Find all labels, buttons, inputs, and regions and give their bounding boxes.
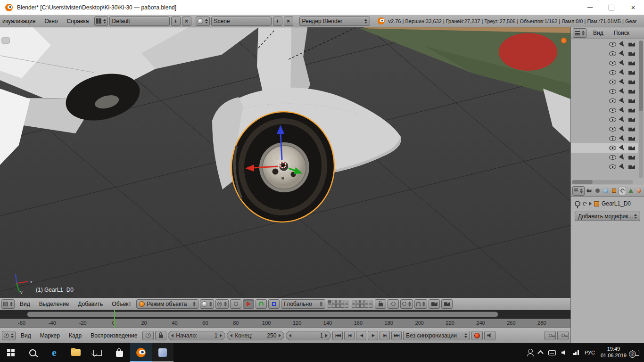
lamp-object-dot[interactable] [561,38,567,43]
breadcrumb-object-name[interactable]: GearL1_D0 [602,200,631,207]
3d-scene[interactable] [0,27,570,298]
blender-taskbar-button[interactable] [130,343,152,362]
layer-toggle[interactable] [369,304,372,308]
menu-add[interactable]: Добавить [74,301,107,307]
scene-field[interactable]: Scene [211,16,272,26]
editor-type-button[interactable] [1,299,15,309]
selectability-cursor-icon[interactable] [619,135,626,142]
layer-toggle[interactable] [356,304,360,308]
mail-button[interactable] [87,343,108,362]
outliner-vertical-scrollbar[interactable] [639,41,643,178]
outliner-row[interactable] [571,68,638,77]
outliner-row[interactable] [571,40,638,49]
close-button[interactable]: × [622,0,644,15]
start-button[interactable] [0,343,22,362]
decrement-icon[interactable] [230,334,232,337]
next-keyframe-button[interactable]: ▶| [380,331,390,340]
jump-start-button[interactable]: |◀◀ [332,331,343,340]
outliner-row[interactable] [571,106,638,115]
outliner-row[interactable] [571,143,638,153]
renderability-camera-icon[interactable] [628,71,635,75]
layer-toggle[interactable] [352,300,355,304]
add-scene-button[interactable]: + [273,16,282,26]
layer-toggle[interactable] [340,300,344,304]
visibility-eye-icon[interactable] [609,51,616,56]
layer-toggle[interactable] [356,300,360,304]
audio-sync-button[interactable] [484,331,495,340]
increment-icon[interactable] [325,334,328,337]
manipulator-translate-button[interactable] [243,299,254,309]
menu-help[interactable]: Справка [63,18,92,25]
layer-toggle[interactable] [332,300,336,304]
visibility-eye-icon[interactable] [609,70,616,75]
volume-button[interactable] [561,350,568,355]
selectability-cursor-icon[interactable] [619,79,626,86]
keyframe-insert-button[interactable] [545,331,556,340]
selectability-cursor-icon[interactable] [619,98,626,105]
decrement-icon[interactable] [171,334,173,337]
renderability-camera-icon[interactable] [628,127,635,132]
delete-scene-button[interactable]: × [284,16,293,26]
selectability-cursor-icon[interactable] [619,88,626,95]
outliner-row[interactable] [571,49,638,58]
opengl-render-anim-button[interactable] [441,299,453,309]
tl-menu-view[interactable]: Вид [17,332,35,339]
visibility-eye-icon[interactable] [609,99,616,103]
renderability-camera-icon[interactable] [628,118,635,122]
app-taskbar-button[interactable] [152,343,173,362]
timeline-editor-type-button[interactable] [2,331,16,340]
visibility-eye-icon[interactable] [609,108,616,113]
layer-toggle[interactable] [328,304,331,308]
renderability-camera-icon[interactable] [628,146,635,150]
maximize-button[interactable] [601,0,622,15]
snap-dropdown[interactable] [414,299,427,309]
tl-menu-frame[interactable]: Кадр [65,332,85,339]
outliner-row[interactable] [571,58,638,68]
layer-toggle[interactable] [369,300,372,304]
keyframe-delete-button[interactable] [557,331,569,340]
renderability-camera-icon[interactable] [628,90,635,94]
play-button[interactable]: ▶ [368,331,378,340]
delete-screen-button[interactable]: × [182,16,191,26]
auto-keyframe-button[interactable] [471,331,483,340]
tab-data[interactable] [627,187,635,195]
renderability-camera-icon[interactable] [628,99,635,103]
start-frame-field[interactable]: Начало: 1 [168,331,225,340]
render-engine-dropdown[interactable]: Рендер Blender [299,16,370,26]
selectability-cursor-icon[interactable] [619,164,626,171]
menu-view[interactable]: Вид [16,301,34,307]
selectability-cursor-icon[interactable] [619,69,626,76]
opengl-render-button[interactable] [429,299,440,309]
tab-modifiers[interactable] [619,187,626,195]
renderability-camera-icon[interactable] [628,52,635,56]
search-button[interactable] [22,343,43,362]
language-indicator[interactable]: РУС [585,350,595,355]
layer-toggle[interactable] [340,304,344,308]
play-reverse-button[interactable]: ◀ [356,331,366,340]
current-frame-marker[interactable] [114,310,115,328]
pivot-dropdown[interactable] [215,299,229,309]
layer-toggle[interactable] [364,300,368,304]
occlude-geometry-button[interactable] [388,299,399,309]
orientation-dropdown[interactable]: Глобально [281,299,325,309]
layer-toggle[interactable] [360,304,364,308]
outliner-row[interactable] [571,87,638,96]
add-modifier-dropdown[interactable]: Добавить модифик... [575,212,640,221]
selectability-cursor-icon[interactable] [619,107,626,114]
tab-render[interactable] [586,187,593,195]
tab-object[interactable] [611,187,618,195]
renderability-camera-icon[interactable] [628,156,635,160]
outliner-menu-search[interactable]: Поиск [610,30,633,36]
menu-render[interactable]: изуализация [0,18,40,25]
proportional-edit-dropdown[interactable] [400,299,413,309]
prev-keyframe-button[interactable]: |◀ [344,331,355,340]
touch-keyboard-button[interactable] [548,350,556,355]
visibility-eye-icon[interactable] [609,146,616,150]
mode-dropdown[interactable]: Режим объекта [136,299,198,309]
renderability-camera-icon[interactable] [628,108,635,113]
outliner-row[interactable] [571,134,638,143]
visibility-eye-icon[interactable] [609,165,616,169]
menu-select[interactable]: Выделение [35,301,73,307]
increment-icon[interactable] [279,334,281,337]
file-explorer-button[interactable] [65,343,87,362]
